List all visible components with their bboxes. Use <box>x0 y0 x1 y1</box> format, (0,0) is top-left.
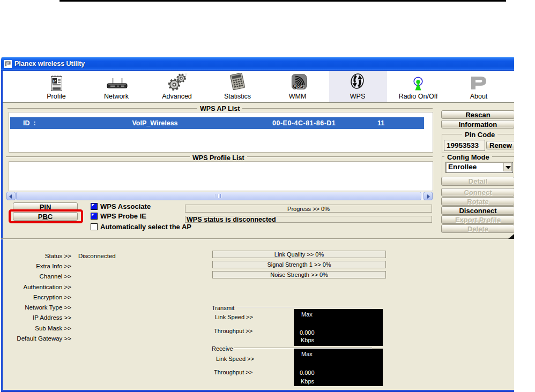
svg-text:P: P <box>53 79 56 84</box>
svg-text:QoS: QoS <box>293 83 304 89</box>
